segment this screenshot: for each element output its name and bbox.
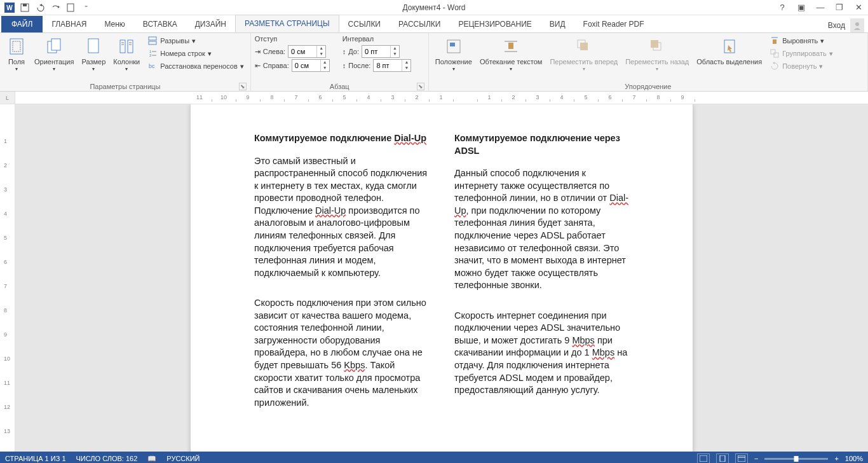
tab-foxit[interactable]: Foxit Reader PDF xyxy=(574,16,653,32)
indent-left-icon: ⇥ xyxy=(255,48,261,56)
group-button[interactable]: Группировать ▾ xyxy=(767,48,836,59)
svg-rect-31 xyxy=(651,40,658,48)
hyphenation-button[interactable]: bcРасстановка переносов ▾ xyxy=(145,60,246,72)
line-numbers-icon: 12 xyxy=(147,48,158,59)
svg-rect-7 xyxy=(13,41,20,52)
selection-pane-button[interactable]: Область выделения xyxy=(694,35,764,67)
spacing-after-icon: ↕ xyxy=(342,62,346,69)
paragraph-launcher-icon[interactable]: ⬊ xyxy=(417,83,424,90)
indent-header: Отступ xyxy=(255,35,330,43)
zoom-slider[interactable] xyxy=(764,458,828,460)
status-words[interactable]: ЧИСЛО СЛОВ: 162 xyxy=(76,455,138,462)
tab-home[interactable]: ГЛАВНАЯ xyxy=(43,16,95,32)
horizontal-ruler[interactable]: 1110987654321123456789 xyxy=(15,92,868,104)
orientation-button[interactable]: Ориентация▾ xyxy=(32,35,76,73)
svg-rect-35 xyxy=(773,39,776,44)
columns-button[interactable]: Колонки▾ xyxy=(111,35,142,73)
selection-pane-icon xyxy=(719,36,740,57)
tab-design[interactable]: ДИЗАЙН xyxy=(186,16,235,32)
spacing-before-spinner[interactable]: ▲▼ xyxy=(362,45,400,58)
tab-mailings[interactable]: РАССЫЛКИ xyxy=(390,16,449,32)
zoom-in-icon[interactable]: + xyxy=(834,455,838,462)
breaks-button[interactable]: Разрывы ▾ xyxy=(145,35,246,46)
group-paragraph-label: Абзац xyxy=(330,83,349,90)
orientation-icon xyxy=(44,36,64,57)
signin-link[interactable]: Вход xyxy=(828,21,845,30)
minimize-icon[interactable]: — xyxy=(813,3,827,12)
close-icon[interactable]: ✕ xyxy=(851,3,865,12)
rotate-icon xyxy=(770,61,780,71)
margins-button[interactable]: Поля▾ xyxy=(4,35,29,73)
tab-menu[interactable]: Меню xyxy=(95,16,133,32)
tab-page-layout[interactable]: РАЗМЕТКА СТРАНИЦЫ xyxy=(235,15,339,32)
tab-insert[interactable]: ВСТАВКА xyxy=(134,16,186,32)
word-icon: W xyxy=(3,1,17,15)
send-backward-button[interactable]: Переместить назад▾ xyxy=(623,35,691,73)
page-setup-launcher-icon[interactable]: ⬊ xyxy=(239,83,247,90)
view-print-icon[interactable] xyxy=(716,453,729,463)
status-language[interactable]: РУССКИЙ xyxy=(166,455,200,462)
tab-file[interactable]: ФАЙЛ xyxy=(1,16,43,32)
user-icon[interactable] xyxy=(850,18,864,32)
align-button[interactable]: Выровнять ▾ xyxy=(767,35,836,46)
col1-p1: Это самый известный и распространенный с… xyxy=(254,155,429,280)
column-2: Коммутируемое подключение через ADSL Дан… xyxy=(454,132,629,427)
window-title: Документ4 - Word xyxy=(402,3,465,12)
spacing-after-spinner[interactable]: ▲▼ xyxy=(373,59,411,72)
view-read-icon[interactable] xyxy=(697,453,710,463)
svg-rect-39 xyxy=(720,455,725,462)
svg-text:W: W xyxy=(6,4,13,11)
col1-heading: Коммутируемое подключение Dial-Up xyxy=(254,132,429,145)
save-icon[interactable] xyxy=(18,1,32,15)
view-web-icon[interactable] xyxy=(735,453,748,463)
svg-text:bc: bc xyxy=(149,63,155,69)
svg-rect-4 xyxy=(67,4,74,11)
spacing-header: Интервал xyxy=(342,35,412,43)
zoom-out-icon[interactable]: − xyxy=(754,455,758,462)
undo-icon[interactable] xyxy=(33,1,47,15)
ribbon-display-icon[interactable]: ▣ xyxy=(794,3,808,12)
bring-forward-button[interactable]: Переместить вперед▾ xyxy=(547,35,620,73)
line-numbers-button[interactable]: 12Номера строк ▾ xyxy=(145,48,246,59)
tab-view[interactable]: ВИД xyxy=(541,16,574,32)
tab-review[interactable]: РЕЦЕНЗИРОВАНИЕ xyxy=(449,16,540,32)
vertical-ruler[interactable]: 1234567891011121314 xyxy=(0,104,15,452)
ribbon: Поля▾ Ориентация▾ Размер▾ Колонки▾ Разры… xyxy=(0,33,868,92)
col1-p2: Скорость подключения при этом сильно зав… xyxy=(254,297,429,409)
help-icon[interactable]: ? xyxy=(775,3,789,12)
document-scroll[interactable]: Коммутируемое подключение Dial-Up Это са… xyxy=(15,104,868,452)
svg-rect-18 xyxy=(149,41,156,45)
status-bar: СТРАНИЦА 1 ИЗ 1 ЧИСЛО СЛОВ: 162 📖 РУССКИ… xyxy=(0,452,868,463)
page[interactable]: Коммутируемое подключение Dial-Up Это са… xyxy=(191,104,693,452)
svg-rect-36 xyxy=(771,50,775,54)
svg-rect-38 xyxy=(700,455,707,462)
maximize-icon[interactable]: ❐ xyxy=(832,3,846,12)
svg-rect-3 xyxy=(23,4,27,6)
ribbon-tabs: ФАЙЛ ГЛАВНАЯ Меню ВСТАВКА ДИЗАЙН РАЗМЕТК… xyxy=(0,15,868,33)
svg-rect-11 xyxy=(120,40,125,53)
column-1: Коммутируемое подключение Dial-Up Это са… xyxy=(254,132,429,427)
qat-customize-icon[interactable]: ⁼ xyxy=(79,1,93,15)
wrap-text-button[interactable]: Обтекание текстом▾ xyxy=(477,35,545,73)
rotate-button[interactable]: Повернуть ▾ xyxy=(767,60,836,72)
redo-icon[interactable] xyxy=(48,1,62,15)
new-doc-icon[interactable] xyxy=(64,1,78,15)
group-arrange-label: Упорядочение xyxy=(625,83,671,90)
status-proofing-icon[interactable]: 📖 xyxy=(147,455,156,463)
zoom-level[interactable]: 100% xyxy=(845,455,863,462)
tab-references[interactable]: ССЫЛКИ xyxy=(339,16,390,32)
position-icon xyxy=(444,36,464,57)
margins-icon xyxy=(6,36,27,57)
indent-left-spinner[interactable]: ▲▼ xyxy=(288,45,326,58)
indent-right-spinner[interactable]: ▲▼ xyxy=(292,59,330,72)
status-page[interactable]: СТРАНИЦА 1 ИЗ 1 xyxy=(5,455,66,462)
svg-point-5 xyxy=(855,22,859,26)
spacing-before-icon: ↕ xyxy=(342,48,346,55)
svg-rect-29 xyxy=(580,43,588,50)
send-backward-icon xyxy=(647,36,667,57)
position-button[interactable]: Положение▾ xyxy=(433,35,475,73)
size-button[interactable]: Размер▾ xyxy=(79,35,108,73)
hyphenation-icon: bc xyxy=(147,61,158,71)
document-area: 1234567891011121314 Коммутируемое подклю… xyxy=(0,104,868,452)
size-icon xyxy=(83,36,104,57)
